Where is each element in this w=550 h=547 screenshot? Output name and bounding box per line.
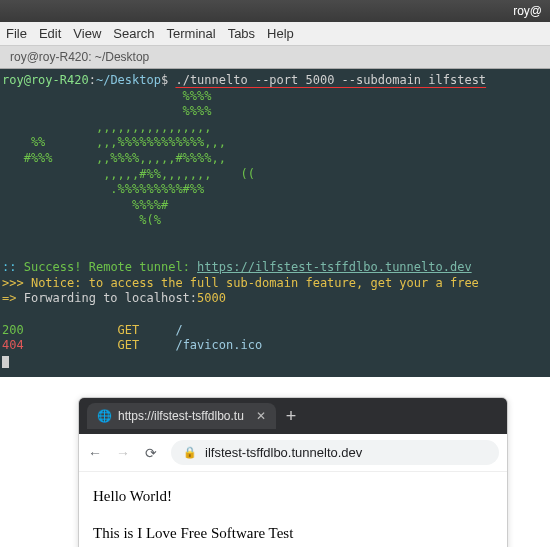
browser-window: 🌐 https://ilfstest-tsffdlbo.tu ✕ + ← → ⟳… xyxy=(78,397,508,547)
menu-edit[interactable]: Edit xyxy=(39,26,61,41)
menu-terminal[interactable]: Terminal xyxy=(167,26,216,41)
browser-tab[interactable]: 🌐 https://ilfstest-tsffdlbo.tu ✕ xyxy=(87,403,276,429)
log-path-1: /favicon.ico xyxy=(175,338,262,352)
browser-tab-title: https://ilfstest-tsffdlbo.tu xyxy=(118,409,244,423)
globe-icon: 🌐 xyxy=(97,409,112,423)
log-status-1: 404 xyxy=(2,338,24,352)
url-text: ilfstest-tsffdlbo.tunnelto.dev xyxy=(205,445,362,460)
menu-help[interactable]: Help xyxy=(267,26,294,41)
reload-icon[interactable]: ⟳ xyxy=(143,445,159,461)
success-label: Success! Remote tunnel: xyxy=(24,260,197,274)
terminal-cursor xyxy=(2,356,9,368)
forward-icon[interactable]: → xyxy=(115,445,131,461)
log-status-0: 200 xyxy=(2,323,24,337)
command-text: ./tunnelto --port 5000 --subdomain ilfst… xyxy=(175,73,486,87)
notice-text: Notice: to access the full sub-domain fe… xyxy=(31,276,486,290)
tunnel-url: https://ilfstest-tsffdlbo.tunnelto.dev xyxy=(197,260,472,274)
forward-port: 5000 xyxy=(197,291,226,305)
ascii-art: %%%% %%%% ,,,,,,,,,,,,,,,, %% ,,,%%%%%%%… xyxy=(2,89,548,229)
prompt-sep: : xyxy=(89,73,96,87)
browser-tabstrip: 🌐 https://ilfstest-tsffdlbo.tu ✕ + xyxy=(79,398,507,434)
window-title: roy@ xyxy=(513,4,542,18)
browser-toolbar: ← → ⟳ 🔒 ilfstest-tsffdlbo.tunnelto.dev xyxy=(79,434,507,472)
menu-file[interactable]: File xyxy=(6,26,27,41)
menu-view[interactable]: View xyxy=(73,26,101,41)
forward-text: Forwarding to localhost: xyxy=(16,291,197,305)
window-titlebar: roy@ xyxy=(0,0,550,22)
new-tab-button[interactable]: + xyxy=(276,406,307,427)
terminal-tab[interactable]: roy@roy-R420: ~/Desktop xyxy=(10,50,149,64)
terminal-tab-bar: roy@roy-R420: ~/Desktop xyxy=(0,46,550,69)
page-body: Hello World! This is I Love Free Softwar… xyxy=(79,472,507,547)
log-method-1: GET xyxy=(118,338,140,352)
lock-icon: 🔒 xyxy=(183,446,197,459)
menu-tabs[interactable]: Tabs xyxy=(228,26,255,41)
page-line-2: This is I Love Free Software Test xyxy=(93,525,493,542)
forward-arrow: => xyxy=(2,291,16,305)
prompt-userhost: roy@roy-R420 xyxy=(2,73,89,87)
terminal-content[interactable]: roy@roy-R420:~/Desktop$ ./tunnelto --por… xyxy=(0,69,550,377)
close-icon[interactable]: ✕ xyxy=(256,409,266,423)
back-icon[interactable]: ← xyxy=(87,445,103,461)
success-bullet: :: xyxy=(2,260,16,274)
menu-search[interactable]: Search xyxy=(113,26,154,41)
log-method-0: GET xyxy=(118,323,140,337)
notice-prefix: >>> xyxy=(2,276,31,290)
prompt-path: ~/Desktop xyxy=(96,73,161,87)
menu-bar: File Edit View Search Terminal Tabs Help xyxy=(0,22,550,46)
prompt-dollar: $ xyxy=(161,73,168,87)
url-bar[interactable]: 🔒 ilfstest-tsffdlbo.tunnelto.dev xyxy=(171,440,499,465)
log-path-0: / xyxy=(175,323,182,337)
page-line-1: Hello World! xyxy=(93,488,493,505)
